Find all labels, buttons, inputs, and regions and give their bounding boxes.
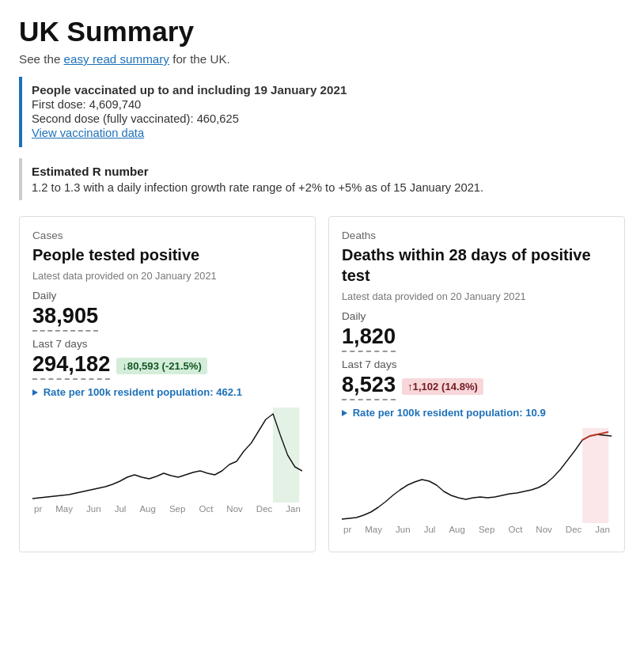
dlabel-apr: pr — [343, 525, 351, 534]
deaths-rate-row[interactable]: Rate per 100k resident population: 10.9 — [342, 407, 612, 419]
cases-chart: pr May Jun Jul Aug Sep Oct Nov Dec Jan — [32, 408, 302, 518]
vaccination-heading: People vaccinated up to and including 19… — [32, 83, 347, 97]
label-jul: Jul — [115, 504, 127, 514]
cases-rate-icon — [32, 389, 38, 396]
cases-chart-svg — [32, 408, 302, 503]
label-apr: pr — [34, 504, 42, 514]
deaths-daily-value: 1,820 — [342, 324, 396, 352]
dlabel-oct: Oct — [508, 525, 522, 534]
r-number-heading: Estimated R number — [32, 165, 616, 178]
r-number-block: Estimated R number 1.2 to 1.3 with a dai… — [19, 158, 625, 200]
cases-title: People tested positive — [32, 245, 302, 265]
deaths-7days-label: Last 7 days — [342, 358, 612, 370]
cases-change-badge: ↓80,593 (-21.5%) — [116, 358, 207, 374]
label-oct: Oct — [199, 504, 213, 514]
deaths-daily-label: Daily — [342, 310, 612, 322]
dlabel-nov: Nov — [536, 525, 551, 534]
first-dose-label: First dose: — [32, 98, 86, 111]
deaths-7days-row: 8,523 ↑1,102 (14.8%) — [342, 372, 612, 400]
cases-rate-label: Rate per 100k resident population: — [44, 386, 214, 398]
deaths-rate-label: Rate per 100k resident population: — [353, 407, 523, 419]
deaths-chart-labels: pr May Jun Jul Aug Sep Oct Nov Dec Jan — [342, 525, 612, 534]
dlabel-dec: Dec — [566, 525, 581, 534]
dlabel-jul: Jul — [424, 525, 436, 534]
first-dose-row: First dose: 4,609,740 — [32, 98, 616, 111]
label-jun: Jun — [86, 504, 101, 514]
cases-7days-value: 294,182 — [32, 351, 110, 380]
svg-rect-0 — [273, 408, 299, 503]
cases-daily-label: Daily — [32, 290, 302, 302]
deaths-card: Deaths Deaths within 28 days of positive… — [328, 216, 625, 552]
deaths-change-badge: ↑1,102 (14.8%) — [402, 378, 483, 395]
deaths-7days-value: 8,523 — [342, 372, 396, 400]
cases-daily-value: 38,905 — [32, 303, 98, 332]
deaths-title: Deaths within 28 days of positive test — [342, 245, 612, 286]
deaths-date: Latest data provided on 20 January 2021 — [342, 290, 612, 302]
deaths-category: Deaths — [342, 229, 612, 241]
dlabel-aug: Aug — [449, 525, 465, 534]
label-aug: Aug — [139, 504, 156, 514]
stats-cards-row: Cases People tested positive Latest data… — [19, 216, 625, 552]
dlabel-jan: Jan — [595, 525, 610, 534]
view-vaccination-link[interactable]: View vaccination data — [32, 127, 144, 139]
second-dose-value: 460,625 — [197, 112, 239, 125]
label-dec: Dec — [256, 504, 272, 514]
label-may: May — [55, 504, 73, 514]
label-nov: Nov — [226, 504, 242, 514]
svg-rect-1 — [582, 428, 608, 523]
deaths-rate-icon — [342, 410, 347, 416]
intro-paragraph: See the easy read summary for the UK. — [19, 52, 625, 66]
r-number-text: 1.2 to 1.3 with a daily infection growth… — [32, 181, 616, 194]
cases-rate-row[interactable]: Rate per 100k resident population: 462.1 — [32, 386, 302, 398]
vaccination-block: People vaccinated up to and including 19… — [19, 77, 625, 147]
easy-read-link[interactable]: easy read summary — [64, 52, 169, 66]
cases-7days-row: 294,182 ↓80,593 (-21.5%) — [32, 351, 302, 380]
deaths-chart-svg — [342, 428, 612, 523]
cases-date: Latest data provided on 20 January 2021 — [32, 270, 302, 282]
intro-prefix: See the — [19, 52, 60, 66]
page-title: UK Summary — [19, 16, 625, 47]
deaths-rate-value: 10.9 — [525, 407, 546, 419]
second-dose-row: Second dose (fully vaccinated): 460,625 — [32, 112, 616, 125]
label-sep: Sep — [169, 504, 186, 514]
cases-chart-labels: pr May Jun Jul Aug Sep Oct Nov Dec Jan — [32, 504, 302, 514]
dlabel-sep: Sep — [479, 525, 495, 534]
deaths-chart: pr May Jun Jul Aug Sep Oct Nov Dec Jan — [342, 428, 612, 539]
label-jan: Jan — [286, 504, 301, 514]
dlabel-jun: Jun — [396, 525, 411, 534]
dlabel-may: May — [365, 525, 382, 534]
first-dose-value: 4,609,740 — [89, 98, 141, 111]
intro-suffix-text: for the UK. — [172, 52, 230, 66]
second-dose-label: Second dose (fully vaccinated): — [32, 112, 194, 125]
cases-rate-value: 462.1 — [216, 386, 242, 398]
cases-category: Cases — [32, 229, 302, 241]
cases-card: Cases People tested positive Latest data… — [19, 216, 316, 552]
cases-7days-label: Last 7 days — [32, 338, 302, 350]
